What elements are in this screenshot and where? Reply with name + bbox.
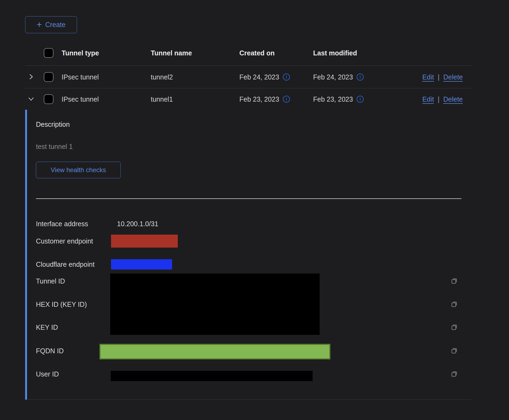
copy-icon xyxy=(451,324,458,331)
copy-icon xyxy=(451,370,458,378)
view-health-checks-button[interactable]: View health checks xyxy=(36,162,121,178)
user-id-label: User ID xyxy=(36,370,59,378)
expand-row-button[interactable] xyxy=(28,74,34,81)
actions-separator: | xyxy=(438,95,440,103)
copy-fqdn-id-button[interactable] xyxy=(451,347,458,354)
row-tunnel-type: IPsec tunnel xyxy=(62,95,151,103)
edit-link[interactable]: Edit xyxy=(422,73,434,81)
plus-icon: + xyxy=(37,20,42,29)
tunnel-id-label: Tunnel ID xyxy=(36,277,65,285)
panel-divider xyxy=(36,198,461,199)
collapse-row-button[interactable] xyxy=(28,96,34,103)
copy-icon xyxy=(451,347,458,354)
cloudflare-endpoint-redaction xyxy=(111,259,172,269)
header-tunnel-type: Tunnel type xyxy=(62,49,151,57)
create-button[interactable]: + Create xyxy=(25,16,77,33)
table-row: IPsec tunnel tunnel2 Feb 24, 2023 i Feb … xyxy=(25,66,471,88)
info-icon[interactable]: i xyxy=(357,74,364,81)
actions-separator: | xyxy=(438,73,440,81)
hex-id-label: HEX ID (KEY ID) xyxy=(36,300,87,309)
create-button-label: Create xyxy=(45,21,65,29)
table-header: Tunnel type Tunnel name Created on Last … xyxy=(25,41,471,66)
tunnels-page: { "colors": { "background": "#1d1d1f", "… xyxy=(0,0,509,420)
row-created-date: Feb 24, 2023 xyxy=(239,73,279,81)
delete-link[interactable]: Delete xyxy=(443,95,463,103)
tunnel-detail-panel: Description test tunnel 1 View health ch… xyxy=(25,110,471,400)
ids-redaction-block xyxy=(110,274,320,335)
row-modified-date: Feb 24, 2023 xyxy=(313,73,353,81)
copy-hex-id-button[interactable] xyxy=(451,301,458,308)
row-checkbox[interactable] xyxy=(44,72,53,82)
copy-icon xyxy=(451,277,458,285)
header-created-on: Created on xyxy=(239,49,313,57)
info-icon[interactable]: i xyxy=(283,74,290,81)
row-tunnel-name: tunnel2 xyxy=(151,73,239,81)
user-id-redaction xyxy=(111,371,313,381)
row-modified-date: Feb 23, 2023 xyxy=(313,95,353,103)
row-tunnel-name: tunnel1 xyxy=(151,95,239,103)
row-checkbox[interactable] xyxy=(44,94,53,104)
header-last-modified: Last modified xyxy=(313,49,416,57)
cloudflare-endpoint-label: Cloudflare endpoint xyxy=(36,260,95,269)
edit-link[interactable]: Edit xyxy=(422,95,434,103)
interface-address-value: 10.200.1.0/31 xyxy=(117,219,158,228)
copy-user-id-button[interactable] xyxy=(451,370,458,378)
copy-icon xyxy=(451,301,458,308)
select-all-checkbox[interactable] xyxy=(44,48,53,58)
info-icon[interactable]: i xyxy=(283,96,290,103)
description-label: Description xyxy=(36,120,70,129)
customer-endpoint-label: Customer endpoint xyxy=(36,237,93,245)
chevron-right-icon xyxy=(28,74,34,81)
table-row: IPsec tunnel tunnel1 Feb 23, 2023 i Feb … xyxy=(25,89,471,110)
interface-address-label: Interface address xyxy=(36,219,88,228)
copy-tunnel-id-button[interactable] xyxy=(451,277,458,285)
description-value: test tunnel 1 xyxy=(36,142,73,151)
delete-link[interactable]: Delete xyxy=(443,73,463,81)
customer-endpoint-redaction xyxy=(111,235,178,248)
row-tunnel-type: IPsec tunnel xyxy=(62,73,151,81)
fqdn-id-redaction xyxy=(99,344,330,359)
copy-key-id-button[interactable] xyxy=(451,324,458,331)
fqdn-id-label: FQDN ID xyxy=(36,346,64,355)
key-id-label: KEY ID xyxy=(36,323,58,332)
row-created-date: Feb 23, 2023 xyxy=(239,95,279,103)
header-tunnel-name: Tunnel name xyxy=(151,49,239,57)
chevron-down-icon xyxy=(28,96,34,103)
info-icon[interactable]: i xyxy=(357,96,364,103)
